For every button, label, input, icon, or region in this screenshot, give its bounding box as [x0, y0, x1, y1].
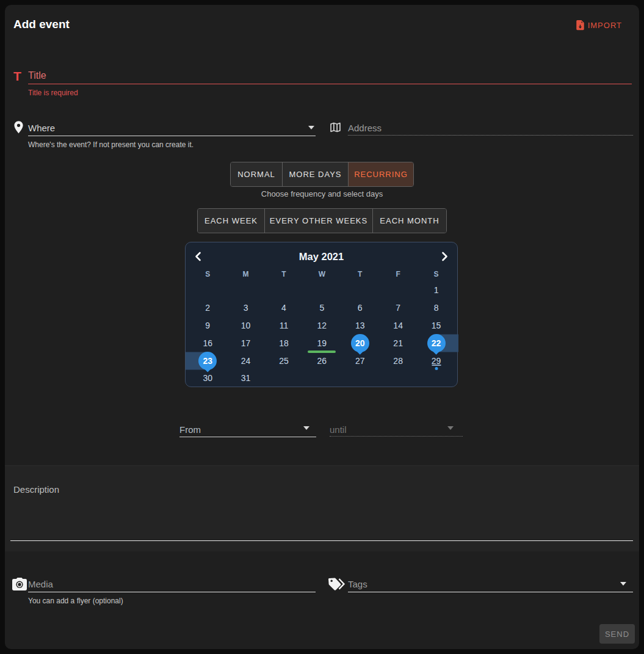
calendar-day-8[interactable]: 8: [417, 299, 455, 317]
day-number: 24: [237, 352, 255, 370]
calendar-day-14[interactable]: 14: [379, 317, 417, 335]
day-number: 6: [351, 299, 369, 317]
calendar-day-27[interactable]: 27: [341, 352, 379, 369]
calendar-day-4[interactable]: 4: [265, 299, 303, 317]
day-number: 18: [275, 334, 293, 352]
calendar-day-18[interactable]: 18: [265, 334, 303, 352]
calendar-day-25[interactable]: 25: [265, 352, 303, 369]
calendar-day-6[interactable]: 6: [341, 299, 379, 317]
title-input[interactable]: Title: [28, 70, 46, 81]
calendar-day-10[interactable]: 10: [226, 317, 264, 335]
calendar-day-empty: [379, 369, 417, 387]
calendar-day-5[interactable]: 5: [303, 299, 341, 317]
calendar-day-15[interactable]: 15: [417, 317, 455, 335]
chevron-right-icon[interactable]: [441, 252, 449, 261]
day-number: 28: [389, 352, 407, 370]
calendar-day-29[interactable]: 29: [417, 352, 455, 369]
calendar-day-12[interactable]: 12: [303, 317, 341, 335]
day-number: 17: [237, 334, 255, 352]
camera-icon: [12, 578, 27, 593]
media-input[interactable]: Media: [28, 579, 53, 589]
day-number: 19: [313, 334, 331, 352]
calendar-day-11[interactable]: 11: [265, 317, 303, 335]
calendar-day-empty: [265, 282, 303, 299]
day-number: 25: [275, 352, 293, 370]
description-field[interactable]: Description: [5, 465, 639, 551]
weekday-label: S: [417, 269, 455, 280]
import-file-icon: [576, 20, 585, 31]
calendar-day-empty: [226, 282, 264, 299]
calendar-day-17[interactable]: 17: [226, 334, 264, 352]
calendar-day-empty: [189, 282, 226, 299]
day-number: 10: [237, 316, 255, 335]
dropdown-caret-icon[interactable]: [303, 426, 309, 430]
title-underline: [28, 84, 632, 84]
day-number: 5: [313, 299, 331, 317]
day-number: 23: [198, 352, 217, 370]
tab-normal[interactable]: NORMAL: [231, 162, 282, 186]
calendar-day-21[interactable]: 21: [379, 334, 417, 352]
calendar-day-20[interactable]: 20: [341, 334, 379, 352]
day-number: 26: [313, 352, 331, 370]
day-number: 2: [198, 299, 217, 317]
calendar-day-7[interactable]: 7: [379, 299, 417, 317]
calendar-day-1[interactable]: 1: [417, 282, 455, 299]
address-input[interactable]: Address: [348, 123, 382, 133]
day-number: 31: [237, 369, 255, 387]
calendar-day-30[interactable]: 30: [189, 369, 226, 387]
where-underline: [28, 136, 316, 136]
tab-recurring[interactable]: RECURRING: [348, 162, 413, 186]
frequency-hint: Choose frequency and select days: [5, 189, 639, 198]
from-time-select[interactable]: From: [179, 424, 201, 435]
page-title: Add event: [13, 18, 70, 31]
tab-more-days[interactable]: MORE DAYS: [282, 162, 348, 186]
frequency-every-other-weeks[interactable]: EVERY OTHER WEEKS: [264, 209, 372, 233]
location-pin-icon: [13, 120, 24, 137]
day-number: 20: [351, 334, 369, 352]
day-number: 4: [275, 299, 293, 317]
weekday-label: T: [341, 269, 379, 280]
tags-select[interactable]: Tags: [348, 579, 367, 589]
calendar-day-2[interactable]: 2: [189, 299, 226, 317]
frequency-each-month[interactable]: EACH MONTH: [372, 209, 446, 233]
day-number: 1: [427, 281, 446, 299]
frequency-options: EACH WEEK EVERY OTHER WEEKS EACH MONTH: [197, 208, 447, 233]
dropdown-caret-icon: [447, 426, 454, 430]
calendar-day-23[interactable]: 23: [189, 352, 226, 369]
day-number: 15: [427, 316, 446, 335]
media-hint: You can add a flyer (optional): [28, 597, 123, 605]
calendar-day-16[interactable]: 16: [189, 334, 226, 352]
calendar-header: May 2021: [186, 244, 457, 269]
until-time-select[interactable]: until: [330, 424, 347, 435]
day-number: 21: [389, 334, 407, 352]
calendar-day-19[interactable]: 19: [303, 334, 341, 352]
description-placeholder: Description: [13, 484, 59, 495]
dropdown-caret-icon[interactable]: [620, 582, 626, 586]
calendar-day-24[interactable]: 24: [226, 352, 264, 369]
import-label: IMPORT: [588, 21, 622, 30]
calendar-day-31[interactable]: 31: [226, 369, 264, 387]
day-number: 9: [198, 316, 217, 335]
chevron-left-icon[interactable]: [194, 252, 202, 261]
calendar-day-13[interactable]: 13: [341, 317, 379, 335]
weekday-label: T: [265, 269, 303, 280]
weekday-label: M: [226, 269, 264, 280]
import-button[interactable]: IMPORT: [576, 20, 622, 31]
day-number: 14: [389, 316, 407, 335]
frequency-each-week[interactable]: EACH WEEK: [198, 209, 264, 233]
address-underline: [348, 135, 633, 136]
calendar-day-3[interactable]: 3: [226, 299, 264, 317]
calendar-day-22[interactable]: 22: [417, 334, 455, 352]
send-button[interactable]: SEND: [599, 624, 635, 644]
day-number: 7: [389, 299, 407, 317]
calendar-day-9[interactable]: 9: [189, 317, 226, 335]
calendar-day-26[interactable]: 26: [303, 352, 341, 369]
day-number: 16: [198, 334, 217, 352]
where-select[interactable]: Where: [28, 123, 55, 133]
calendar-day-empty: [303, 369, 341, 387]
map-icon: [329, 121, 342, 136]
calendar-day-empty: [265, 369, 303, 387]
dropdown-caret-icon[interactable]: [308, 126, 314, 129]
calendar-day-28[interactable]: 28: [379, 352, 417, 369]
weekday-label: S: [189, 269, 226, 280]
